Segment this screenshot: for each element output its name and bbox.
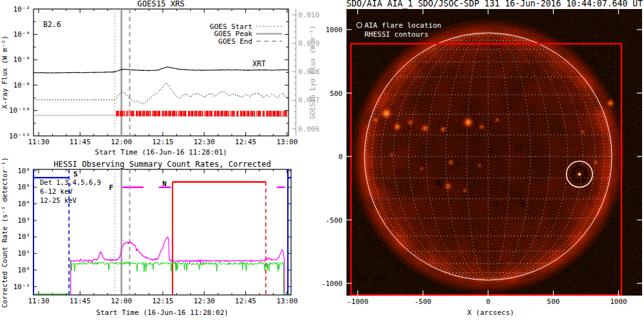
aia-xtick-label: 500 bbox=[547, 298, 560, 306]
goes-lya-axis bbox=[292, 9, 296, 136]
hessi-ytick-label: 10⁴ bbox=[17, 200, 30, 208]
goes-xtick-label: 12:30 bbox=[194, 138, 215, 146]
hessi-xtick-label: 11:30 bbox=[28, 297, 49, 305]
aia-title: SDO/AIA AIA_1 SDO/JSOC-SDP 131 16-Jun-20… bbox=[346, 0, 643, 9]
legend-label-dashed: GOES End bbox=[218, 37, 252, 46]
hessi-legend-label: 6-12 keV bbox=[40, 187, 73, 195]
goes-xtick-label: 12:00 bbox=[111, 138, 132, 146]
aia-xtick-label: -1000 bbox=[347, 298, 368, 306]
goes-title: GOES15 XRS bbox=[137, 0, 184, 8]
hessi-ytick-label: 10¹ bbox=[17, 249, 30, 258]
solar-event-monitor: GOES15 XRS X-ray Flux (W m⁻²) GOES15 Lyα… bbox=[0, 0, 644, 322]
hessi-xtick-label: 12:00 bbox=[111, 297, 132, 305]
aia-ytick-label: -1000 bbox=[321, 279, 343, 288]
hessi-ytick-label: 10⁶ bbox=[17, 167, 30, 175]
flare-core bbox=[578, 173, 581, 175]
hessi-xtick-label: 11:45 bbox=[70, 297, 91, 305]
goes-short-channel-curve bbox=[33, 83, 289, 104]
goes-y2tick-label: 0.010 bbox=[298, 11, 319, 19]
goes-y2tick-label: 0.007 bbox=[298, 96, 319, 104]
hessi-series bbox=[33, 237, 291, 296]
aia-xtick-label: 0 bbox=[486, 298, 491, 306]
flag-letter-S: S bbox=[73, 170, 78, 178]
goes-ytick-label: 10⁻¹² bbox=[9, 132, 30, 140]
goes-xtick-label: 11:30 bbox=[28, 138, 49, 146]
goes-xrs-plot: GOES15 XRS X-ray Flux (W m⁻²) GOES15 Lyα… bbox=[1, 0, 319, 156]
hessi-ytick-label: 10⁵ bbox=[17, 183, 30, 191]
goes-legend: GOES StartGOES PeakGOES End bbox=[210, 23, 282, 46]
hessi-ylabel: Corrected Count Rate (s⁻¹ detector⁻¹) bbox=[1, 157, 8, 308]
xrt-label: XRT bbox=[252, 59, 266, 68]
goes-xlabel: Start Time (16-Jun-16 11:28:01) bbox=[95, 148, 227, 156]
hessi-count-rate-plot: HESSI Observing Summary Count Rates, Cor… bbox=[1, 157, 298, 317]
aia-image-panel: SDO/AIA AIA_1 SDO/JSOC-SDP 131 16-Jun-20… bbox=[321, 0, 643, 317]
goes-ytick-label: 10⁻⁴ bbox=[14, 30, 31, 39]
aia-xtick-label: -500 bbox=[415, 298, 432, 306]
goes-y2tick-label: 0.008 bbox=[298, 68, 319, 76]
hessi-legend-label: 12-25 keV bbox=[40, 196, 77, 204]
hessi-legend-label: Det 1,3,4,5,6,9 bbox=[40, 178, 101, 186]
goes-ytick-label: 10⁻⁸ bbox=[14, 81, 31, 90]
hessi-xtick-label: 12:15 bbox=[152, 297, 173, 305]
hessi-ytick-label: 10³ bbox=[17, 216, 30, 225]
goes-y2tick-label: 0.006 bbox=[298, 125, 319, 133]
goes-ytick-label: 10⁻⁶ bbox=[14, 55, 31, 64]
hessi-ytick-label: 10⁰ bbox=[17, 266, 30, 274]
goes-ytick-label: 10⁻² bbox=[14, 5, 31, 14]
scene-canvas: GOES15 XRS X-ray Flux (W m⁻²) GOES15 Lyα… bbox=[0, 0, 644, 322]
aia-ytick-label: -500 bbox=[326, 216, 343, 225]
aia-ytick-label: 1000 bbox=[326, 26, 343, 34]
aia-legend-contours: RHESSI contours bbox=[365, 30, 428, 39]
hessi-ytick-label: 10⁻¹ bbox=[14, 283, 31, 291]
hessi-xtick-label: 12:45 bbox=[235, 297, 256, 305]
hessi-xtick-label: 12:30 bbox=[194, 297, 215, 305]
goes-ytick-label: 10⁻¹⁰ bbox=[9, 106, 30, 115]
hessi-xlabel: Start Time (16-Jun-16 11:28:02) bbox=[96, 308, 228, 317]
flare-class-label: B2.6 bbox=[43, 20, 61, 29]
hessi-title: HESSI Observing Summary Count Rates, Cor… bbox=[53, 160, 271, 169]
aia-xtick-label: 1000 bbox=[610, 298, 627, 306]
image-noise-grain bbox=[346, 9, 642, 296]
goes-long-channel-curve bbox=[33, 67, 289, 73]
flag-letter-F: F bbox=[109, 184, 113, 192]
goes-xtick-label: 12:45 bbox=[235, 138, 256, 146]
goes-xtick-label: 12:15 bbox=[152, 138, 173, 146]
aia-legend-flare: AIA flare location bbox=[365, 21, 441, 30]
goes-ylabel: X-ray Flux (W m⁻²) bbox=[1, 35, 8, 109]
hessi-xtick-label: 13:00 bbox=[276, 297, 298, 305]
aia-xlabel: X (arcsecs) bbox=[468, 308, 515, 317]
hessi-12-25keV-curve bbox=[70, 260, 283, 296]
goes-xtick-label: 13:00 bbox=[276, 138, 298, 146]
aia-ytick-label: 0 bbox=[338, 153, 343, 161]
xrt-fov-label: XRT FOV bbox=[355, 274, 387, 283]
goes-y2tick-label: 0.009 bbox=[298, 39, 319, 48]
lya-flux-curve bbox=[33, 115, 289, 117]
aia-ytick-label: 500 bbox=[330, 90, 343, 98]
hessi-legend: Det 1,3,4,5,6,96-12 keV12-25 keV bbox=[40, 178, 101, 204]
goes-xtick-label: 11:45 bbox=[70, 138, 91, 146]
hessi-ytick-label: 10² bbox=[17, 232, 30, 241]
